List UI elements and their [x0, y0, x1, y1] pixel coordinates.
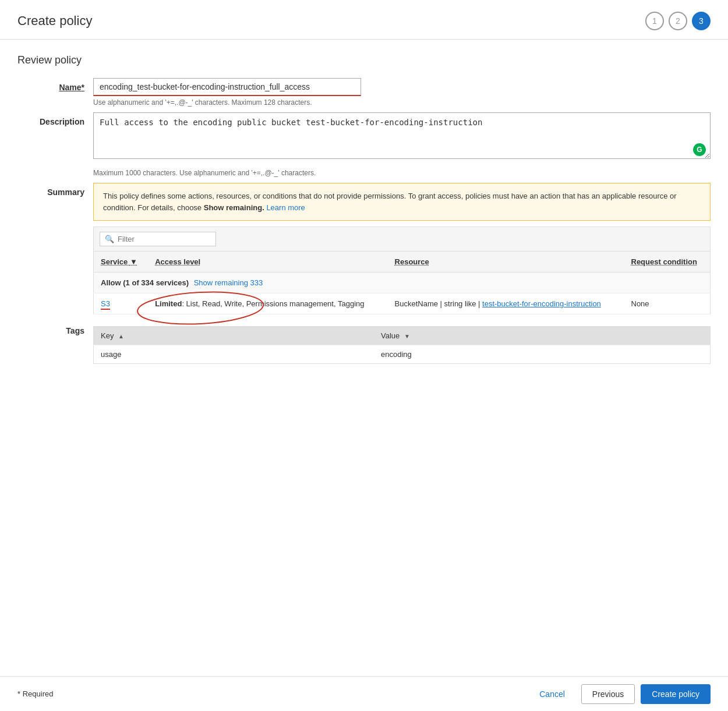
s3-row: S3 Limited: List, Read, Write, Permissio… [94, 293, 711, 314]
access-level-bold: Limited [155, 299, 182, 308]
access-level-rest: : List, Read, Write, Permissions managem… [182, 299, 364, 308]
tag-key: usage [94, 345, 374, 364]
summary-show-remaining: Show remaining. [204, 203, 264, 212]
summary-warning-text: This policy defines some actions, resour… [103, 192, 677, 212]
filter-input[interactable] [118, 235, 211, 243]
policy-table: Service ▼ Access level Resource Request … [93, 252, 711, 314]
stepper: 1 2 3 [645, 12, 711, 30]
allow-row: Allow (1 of 334 services) Show remaining… [94, 273, 711, 293]
summary-content: This policy defines some actions, resour… [93, 183, 711, 314]
filter-input-wrapper: 🔍 [100, 232, 216, 246]
filter-bar: 🔍 [93, 227, 711, 252]
allow-text: Allow (1 of 334 services) [101, 278, 189, 287]
description-wrapper: Full access to the encoding public bucke… [93, 112, 711, 161]
s3-service-link[interactable]: S3 [101, 299, 110, 310]
page-title: Create policy [17, 13, 92, 29]
grammarly-icon: G [693, 143, 706, 156]
step-3: 3 [692, 12, 711, 30]
create-policy-button[interactable]: Create policy [641, 684, 711, 704]
name-row: Name* Use alphanumeric and '+=,.@-_' cha… [17, 78, 711, 107]
search-icon: 🔍 [105, 235, 114, 243]
s3-service-cell: S3 [94, 293, 149, 314]
tag-row: usageencoding [94, 345, 711, 364]
show-remaining-link[interactable]: Show remaining 333 [194, 278, 263, 287]
description-textarea[interactable]: Full access to the encoding public bucke… [93, 112, 711, 159]
footer-buttons: Cancel Previous Create policy [529, 684, 711, 704]
required-note: * Required [17, 689, 53, 698]
tags-row: Tags Key ▲ Value ▼ usag [17, 326, 711, 364]
description-hint-row: Maximum 1000 characters. Use alphanumeri… [17, 167, 711, 177]
step-1: 1 [645, 12, 664, 30]
resource-header: Resource [388, 252, 624, 273]
resource-prefix: BucketName | string like | [395, 299, 480, 308]
summary-label: Summary [17, 183, 93, 197]
circle-annotation [136, 291, 270, 326]
name-field-wrapper: Use alphanumeric and '+=,.@-_' character… [93, 78, 361, 107]
tags-label: Tags [17, 326, 93, 335]
s3-condition-cell: None [624, 293, 711, 314]
main-content: Review policy Name* Use alphanumeric and… [0, 40, 728, 428]
access-level-header: Access level [148, 252, 387, 273]
svg-point-0 [137, 289, 264, 327]
summary-row: Summary This policy defines some actions… [17, 183, 711, 314]
step-2: 2 [669, 12, 687, 30]
request-condition-header: Request condition [624, 252, 711, 273]
s3-resource-cell: BucketName | string like | test-bucket-f… [388, 293, 624, 314]
footer: * Required Cancel Previous Create policy [0, 676, 728, 711]
summary-warning-box: This policy defines some actions, resour… [93, 183, 711, 221]
name-input[interactable] [93, 78, 361, 96]
value-header: Value ▼ [374, 327, 711, 345]
service-sort-icon: ▼ [130, 257, 137, 266]
section-title: Review policy [17, 54, 711, 66]
tag-value: encoding [374, 345, 711, 364]
description-label: Description [17, 112, 93, 126]
description-row: Description Full access to the encoding … [17, 112, 711, 161]
tags-table-wrapper: Key ▲ Value ▼ usageencoding [93, 326, 711, 364]
key-sort-icon: ▲ [118, 333, 124, 339]
learn-more-link[interactable]: Learn more [266, 203, 305, 212]
tags-table: Key ▲ Value ▼ usageencoding [93, 326, 711, 364]
page-header: Create policy 1 2 3 [0, 0, 728, 40]
previous-button[interactable]: Previous [581, 684, 635, 704]
description-hint: Maximum 1000 characters. Use alphanumeri… [93, 169, 316, 177]
cancel-button[interactable]: Cancel [529, 685, 575, 703]
resource-link[interactable]: test-bucket-for-encoding-instruction [482, 299, 601, 308]
name-label: Name* [17, 78, 93, 92]
name-hint: Use alphanumeric and '+=,.@-_' character… [93, 98, 361, 107]
value-sort-icon: ▼ [404, 333, 410, 339]
s3-access-level-cell: Limited: List, Read, Write, Permissions … [148, 293, 387, 314]
key-header: Key ▲ [94, 327, 374, 345]
service-header: Service ▼ [94, 252, 149, 273]
